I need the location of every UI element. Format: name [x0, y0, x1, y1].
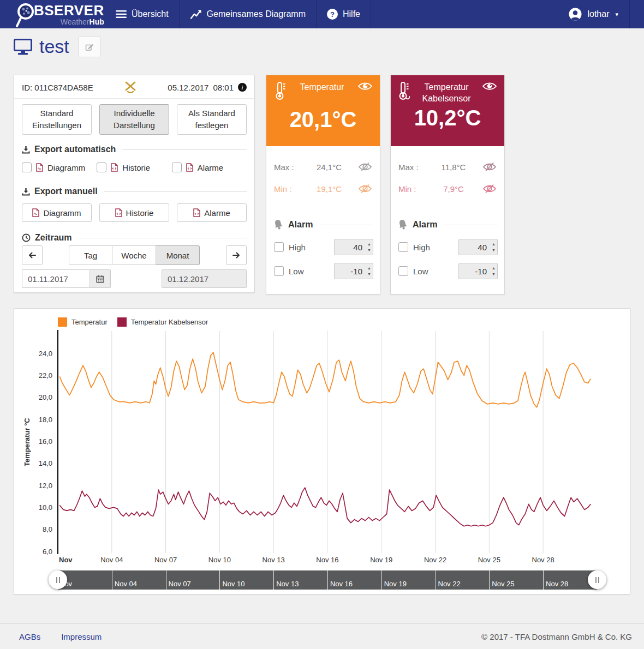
period-navigation: Tag Woche Monat: [22, 245, 247, 265]
individuelle-darstellung-button[interactable]: Individuelle Darstellung: [99, 104, 169, 135]
download-icon: [22, 188, 30, 196]
sensor-title: TemperaturKabelsensor: [411, 82, 482, 105]
logo-main-text: BSERVER: [34, 3, 104, 17]
device-settings-panel: ID: 011C874DA58E 05.12.2017 08:01 i Stan…: [14, 75, 255, 293]
min-value: 7,9°C: [427, 184, 480, 194]
svg-text:14,0: 14,0: [39, 459, 52, 467]
number-spinner[interactable]: ▲▼: [492, 241, 496, 253]
nav-item-hilfe[interactable]: ? Hilfe: [317, 0, 371, 28]
sensor-card-temperatur-kabelsensor: TemperaturKabelsensor 10,2°C Max : 11,8°…: [390, 75, 505, 295]
export-auto-options: Diagramm Historie Alarme: [22, 162, 247, 173]
slider-label: Nov 07: [169, 580, 191, 588]
number-spinner[interactable]: ▲▼: [367, 241, 371, 253]
logo[interactable]: BSERVER WeatherHub: [0, 0, 105, 28]
line-chart-icon: [190, 9, 202, 20]
slider-segment-line: [166, 570, 166, 590]
min-visibility-eye-slash-icon[interactable]: [480, 184, 497, 194]
als-standard-festlegen-button[interactable]: Als Standard festlegen: [177, 104, 247, 135]
svg-text:6,0: 6,0: [43, 548, 52, 556]
page-title: test: [39, 36, 69, 57]
spreadsheet-file-icon: [193, 208, 200, 217]
export-auto-historie-checkbox[interactable]: [97, 163, 106, 172]
svg-text:Nov 28: Nov 28: [532, 556, 554, 564]
alarm-low-checkbox[interactable]: [274, 266, 284, 276]
alarm-high-row: High ▲▼: [273, 239, 373, 255]
last-update-time: 08:01: [213, 83, 234, 92]
range-monat-button[interactable]: Monat: [156, 245, 200, 265]
device-id: ID: 011C874DA58E: [22, 83, 93, 92]
previous-period-button[interactable]: [22, 245, 43, 265]
divider: [14, 98, 254, 99]
standard-einstellungen-button[interactable]: Standard Einstellungen: [22, 104, 92, 135]
logo-sub-text: WeatherHub: [34, 18, 104, 26]
min-visibility-eye-slash-icon[interactable]: [356, 184, 372, 194]
date-from-input[interactable]: [22, 269, 90, 288]
min-row: Min : 19,1°C: [274, 183, 372, 194]
next-period-button[interactable]: [226, 245, 247, 265]
export-auto-alarme: Alarme: [172, 162, 247, 173]
device-id-row: ID: 011C874DA58E 05.12.2017 08:01 i: [22, 81, 247, 94]
sensor-title: Temperatur: [287, 82, 357, 93]
slider-label: Nov 28: [546, 580, 568, 588]
slider-label: Nov 16: [330, 580, 353, 588]
legend-item-temperatur-kabelsensor[interactable]: Temperatur Kabelsensor: [117, 317, 208, 327]
cable-thermometer-icon: [398, 81, 411, 101]
calendar-icon: [96, 275, 104, 283]
nav-item-label: Hilfe: [343, 9, 360, 19]
svg-text:Nov 10: Nov 10: [208, 556, 231, 564]
maintenance-tools-icon: [122, 80, 139, 94]
user-icon: [568, 7, 582, 21]
max-value: 24,1°C: [302, 163, 356, 172]
agbs-link[interactable]: AGBs: [19, 632, 40, 641]
slider-label: Nov 13: [276, 580, 299, 588]
last-update-date: 05.12.2017: [168, 83, 208, 92]
svg-text:16,0: 16,0: [39, 437, 52, 446]
clock-icon: [22, 233, 31, 242]
legend-item-temperatur[interactable]: Temperatur: [58, 317, 108, 327]
svg-text:22,0: 22,0: [39, 371, 52, 380]
alarm-header: Alarm: [397, 218, 498, 231]
export-diagramm-button[interactable]: Diagramm: [22, 203, 92, 222]
export-alarme-button[interactable]: Alarme: [177, 203, 247, 222]
range-slider[interactable]: NovNov 04Nov 07Nov 10Nov 13Nov 16Nov 19N…: [58, 570, 597, 590]
impressum-link[interactable]: Impressum: [61, 632, 102, 641]
calendar-button[interactable]: [90, 269, 111, 288]
bell-icon: [273, 219, 284, 231]
max-value: 11,8°C: [427, 163, 480, 172]
export-auto-historie: Historie: [97, 162, 171, 173]
nav-item-gemeinsames-diagramm[interactable]: Gemeinsames Diagramm: [180, 0, 317, 28]
title-row: test: [14, 36, 101, 57]
alarm-low-checkbox[interactable]: [398, 266, 408, 276]
svg-text:Nov: Nov: [59, 556, 73, 564]
user-menu[interactable]: lothar ▾: [557, 0, 630, 28]
thermometer-icon: [273, 81, 287, 101]
range-tag-button[interactable]: Tag: [69, 245, 112, 265]
export-auto-diagramm-checkbox[interactable]: [22, 163, 32, 172]
max-visibility-eye-slash-icon[interactable]: [480, 162, 497, 172]
number-spinner[interactable]: ▲▼: [367, 265, 371, 277]
max-visibility-eye-slash-icon[interactable]: [356, 162, 372, 172]
svg-text:Nov 13: Nov 13: [263, 556, 285, 564]
chevron-down-icon: ▾: [615, 11, 618, 18]
slider-segment-line: [489, 570, 490, 590]
date-to-input[interactable]: [162, 269, 247, 288]
slider-handle-left[interactable]: [49, 570, 67, 589]
pencil-icon: [85, 43, 94, 51]
nav-item-label: Gemeinsames Diagramm: [207, 9, 306, 19]
info-icon[interactable]: i: [238, 83, 247, 92]
svg-text:20,0: 20,0: [39, 393, 52, 401]
range-woche-button[interactable]: Woche: [112, 245, 156, 265]
number-spinner[interactable]: ▲▼: [492, 265, 496, 277]
alarm-high-checkbox[interactable]: [274, 242, 284, 252]
edit-title-button[interactable]: [78, 37, 101, 57]
svg-text:Nov 22: Nov 22: [424, 556, 446, 564]
alarm-header: Alarm: [273, 218, 373, 231]
series-visibility-eye-icon[interactable]: [357, 81, 373, 91]
slider-handle-right[interactable]: [588, 570, 606, 589]
export-auto-alarme-checkbox[interactable]: [172, 163, 182, 172]
series-visibility-eye-icon[interactable]: [482, 81, 497, 91]
alarm-high-checkbox[interactable]: [398, 242, 408, 252]
export-historie-button[interactable]: Historie: [99, 203, 169, 222]
min-row: Min : 7,9°C: [398, 183, 497, 194]
nav-item-uebersicht[interactable]: Übersicht: [105, 0, 180, 28]
